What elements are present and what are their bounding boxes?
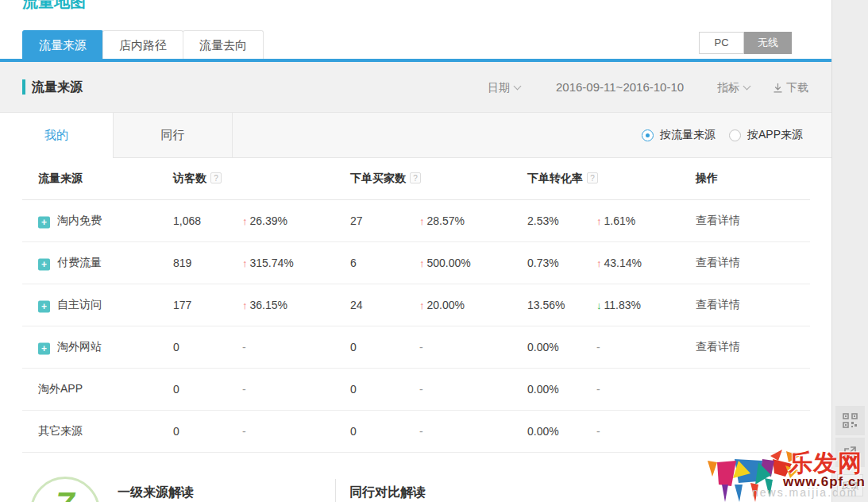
metric-dropdown[interactable]: 指标 (717, 81, 750, 95)
right-utility-rail: 反馈 (831, 0, 868, 502)
action-cell: 查看详情 (696, 256, 740, 270)
visitors-cell: 819 (173, 257, 191, 269)
conversion-change-cell: ↑43.14% (596, 257, 642, 269)
view-details-link[interactable]: 查看详情 (696, 214, 740, 226)
conversion-rate-cell: 2.53% (527, 214, 559, 227)
order-buyers-cell: 27 (350, 214, 363, 227)
visitors-change-cell: ↑26.39% (242, 214, 287, 227)
table-row: +淘外网站0-0-0.00%-查看详情 (22, 326, 810, 369)
up-arrow-icon: ↑ (596, 215, 602, 227)
conversion-rate-cell: 13.56% (527, 299, 565, 311)
radio-by-app-source[interactable]: 按APP来源 (729, 113, 803, 157)
source-name-cell: 其它来源 (38, 424, 83, 438)
source-name-cell: +自主访问 (38, 298, 102, 313)
date-range-value: 2016-09-11~2016-10-10 (556, 80, 684, 94)
up-arrow-icon: ↑ (419, 299, 425, 311)
up-arrow-icon: ↑ (596, 257, 602, 269)
no-change-dash: - (596, 425, 600, 438)
download-button[interactable]: 下载 (773, 81, 808, 95)
source-name-cell: +付费流量 (38, 256, 102, 271)
order-buyers-change-cell: - (419, 341, 423, 353)
action-cell: 查看详情 (696, 340, 740, 354)
feedback-button[interactable]: 反馈 (837, 474, 863, 496)
column-header-visitors: 访客数? (173, 172, 222, 186)
change-value: 36.15% (250, 299, 287, 311)
insight-score-glyph: 7 (56, 485, 74, 502)
source-name-cell: +淘内免费 (38, 214, 102, 229)
change-value: 28.57% (427, 214, 465, 227)
visitors-change-cell: - (242, 341, 246, 353)
chevron-down-icon (743, 83, 751, 91)
column-header-conversion-rate: 下单转化率? (527, 172, 598, 186)
help-icon[interactable]: ? (410, 172, 421, 183)
order-buyers-change-cell: ↑500.00% (419, 257, 471, 269)
subtab-peers[interactable]: 同行 (114, 113, 233, 157)
radio-by-traffic-source[interactable]: 按流量来源 (642, 113, 716, 157)
visitors-cell: 0 (173, 383, 179, 396)
primary-source-insight-title: 一级来源解读 (118, 485, 194, 501)
visitors-change-cell: - (242, 383, 246, 396)
action-cell: 查看详情 (696, 214, 740, 228)
down-arrow-icon: ↓ (596, 299, 602, 311)
conversion-change-cell: ↓11.83% (596, 299, 641, 311)
main-tabbar: 流量来源 店内路径 流量去向 (22, 30, 263, 59)
expand-icon[interactable]: + (38, 217, 50, 229)
no-change-dash: - (242, 383, 246, 396)
expand-icon[interactable]: + (38, 259, 50, 271)
wireless-toggle-button[interactable]: 无线 (744, 32, 792, 54)
source-name: 淘外APP (38, 382, 83, 395)
external-link-arrow-icon (843, 446, 857, 459)
change-value: 315.74% (250, 257, 294, 269)
table-row: 其它来源0-0-0.00%- (22, 411, 810, 453)
up-arrow-icon: ↑ (242, 215, 248, 227)
open-external-button[interactable] (835, 438, 865, 467)
visitors-change-cell: - (242, 425, 246, 438)
radio-selected-icon[interactable] (642, 129, 654, 141)
traffic-source-table: 流量来源 访客数? 下单买家数? 下单转化率? 操作 +淘内免费1,068↑26… (22, 158, 810, 453)
help-icon[interactable]: ? (210, 172, 222, 183)
order-buyers-cell: 0 (350, 341, 357, 353)
insight-divider (335, 479, 336, 502)
subtab-mine[interactable]: 我的 (0, 113, 114, 158)
order-buyers-cell: 6 (350, 257, 357, 269)
expand-icon[interactable]: + (38, 301, 50, 313)
conversion-change-cell: ↑1.61% (596, 214, 635, 227)
conversion-change-cell: - (596, 383, 600, 396)
visitors-cell: 177 (173, 299, 191, 311)
up-arrow-icon: ↑ (242, 299, 248, 311)
visitors-cell: 0 (173, 341, 179, 353)
view-details-link[interactable]: 查看详情 (696, 340, 740, 353)
table-header-row: 流量来源 访客数? 下单买家数? 下单转化率? 操作 (22, 158, 810, 200)
tab-traffic-source[interactable]: 流量来源 (22, 30, 103, 59)
conversion-rate-cell: 0.73% (527, 257, 559, 269)
conversion-rate-cell: 0.00% (527, 383, 559, 396)
column-header-actions: 操作 (696, 172, 718, 186)
table-row: +自主访问177↑36.15%24↑20.00%13.56%↓11.83%查看详… (22, 284, 810, 326)
no-change-dash: - (242, 425, 246, 438)
chevron-down-icon (514, 83, 522, 91)
view-details-link[interactable]: 查看详情 (696, 256, 740, 268)
section-title: 流量来源 (32, 79, 83, 96)
table-row: 淘外APP0-0-0.00%- (22, 369, 810, 411)
source-name: 付费流量 (57, 256, 102, 268)
radio-unselected-icon[interactable] (729, 129, 741, 141)
order-buyers-change-cell: - (419, 425, 423, 438)
no-change-dash: - (596, 341, 600, 353)
change-value: 43.14% (604, 257, 642, 269)
section-toolbar: 流量来源 日期 2016-09-11~2016-10-10 指标 下载 (0, 62, 831, 112)
download-icon (773, 83, 783, 93)
table-row: +付费流量819↑315.74%6↑500.00%0.73%↑43.14%查看详… (22, 242, 810, 284)
order-buyers-change-cell: ↑20.00% (419, 299, 465, 311)
page-title: 流量地图 (22, 0, 86, 13)
tab-instore-path[interactable]: 店内路径 (102, 30, 183, 59)
pc-toggle-button[interactable]: PC (699, 32, 744, 54)
help-icon[interactable]: ? (587, 172, 598, 183)
order-buyers-cell: 24 (350, 299, 363, 311)
date-dropdown[interactable]: 日期 (488, 81, 520, 95)
tab-traffic-destination[interactable]: 流量去向 (183, 30, 264, 59)
qr-code-button[interactable] (835, 406, 865, 435)
view-details-link[interactable]: 查看详情 (696, 298, 740, 311)
source-name-cell: +淘外网站 (38, 340, 102, 355)
expand-icon[interactable]: + (38, 343, 50, 355)
order-buyers-cell: 0 (350, 383, 357, 396)
